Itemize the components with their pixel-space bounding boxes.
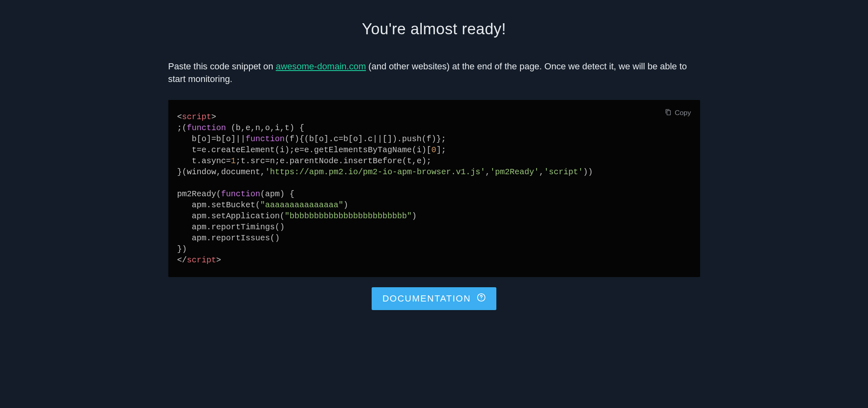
code-content: <script> ;(function (b,e,n,o,i,t) { b[o]…: [177, 111, 691, 266]
documentation-label: DOCUMENTATION: [382, 293, 471, 304]
help-icon: [477, 293, 486, 304]
svg-point-1: [481, 299, 481, 299]
instruction-text: Paste this code snippet on awesome-domai…: [168, 60, 700, 86]
code-snippet-box: Copy <script> ;(function (b,e,n,o,i,t) {…: [168, 100, 700, 277]
domain-link[interactable]: awesome-domain.com: [276, 61, 366, 71]
main-container: You're almost ready! Paste this code sni…: [168, 20, 700, 310]
documentation-button[interactable]: DOCUMENTATION: [372, 287, 496, 310]
copy-label: Copy: [675, 109, 691, 117]
copy-button[interactable]: Copy: [665, 109, 691, 118]
page-title: You're almost ready!: [168, 20, 700, 38]
copy-icon: [665, 109, 672, 118]
instruction-before: Paste this code snippet on: [168, 61, 276, 71]
